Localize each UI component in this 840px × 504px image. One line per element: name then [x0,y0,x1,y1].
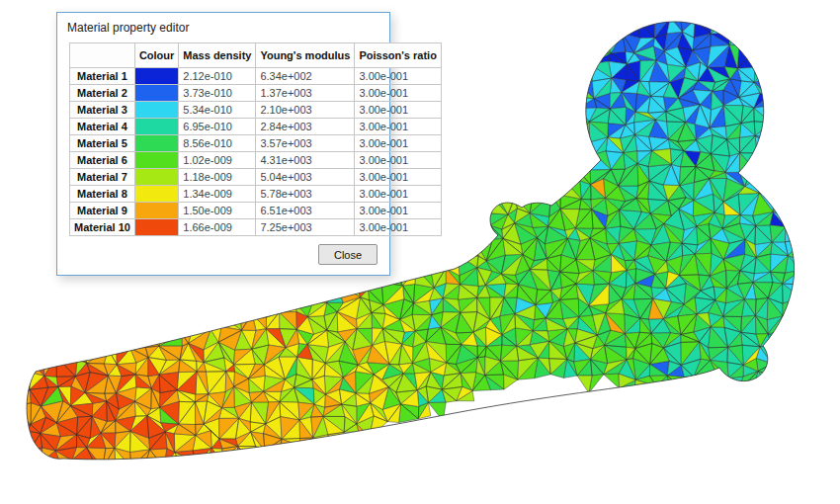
mass-density-value: 1.34e-009 [179,186,256,203]
youngs-modulus-value: 6.34e+002 [256,68,355,85]
material-row: Material 101.66e-0097.25e+0033.00e-001 [70,219,442,236]
material-name: Material 8 [70,186,135,203]
youngs-modulus-value: 3.57e+003 [256,135,355,152]
material-row: Material 81.34e-0095.78e+0033.00e-001 [70,186,442,203]
poissons-ratio-value: 3.00e-001 [355,85,441,102]
close-button[interactable]: Close [318,244,378,265]
material-row: Material 91.50e-0096.51e+0033.00e-001 [70,203,442,219]
app-canvas: Material property editor ColourMass dens… [0,0,840,504]
mass-density-value: 1.66e-009 [179,219,256,236]
material-table: ColourMass densityYoung's modulusPoisson… [69,42,442,236]
material-row: Material 46.95e-0102.84e+0033.00e-001 [70,119,442,135]
youngs-modulus-value: 2.84e+003 [256,119,355,135]
material-name: Material 7 [70,169,135,186]
mass-density-value: 3.73e-010 [179,85,256,102]
colour-swatch[interactable] [134,135,178,152]
poissons-ratio-value: 3.00e-001 [355,102,441,119]
material-name: Material 2 [70,85,135,102]
colour-swatch[interactable] [134,85,178,102]
poissons-ratio-value: 3.00e-001 [355,219,441,236]
corner-header [70,43,135,68]
mass-density-value: 1.02e-009 [179,152,256,169]
material-row: Material 61.02e-0094.31e+0033.00e-001 [70,152,442,169]
colour-swatch[interactable] [134,169,178,186]
material-row: Material 71.18e-0095.04e+0033.00e-001 [70,169,442,186]
poissons-ratio-value: 3.00e-001 [355,152,441,169]
mass-density-value: 5.34e-010 [179,102,256,119]
material-row: Material 58.56e-0103.57e+0033.00e-001 [70,135,442,152]
mass-density-value: 8.56e-010 [179,135,256,152]
material-name: Material 3 [70,102,135,119]
material-property-editor-dialog[interactable]: Material property editor ColourMass dens… [56,12,390,276]
colour-swatch[interactable] [134,68,178,85]
dialog-body: ColourMass densityYoung's modulusPoisson… [57,41,389,275]
material-name: Material 4 [70,119,135,135]
youngs-modulus-value: 2.10e+003 [256,102,355,119]
column-header: Young's modulus [256,43,355,68]
mass-density-value: 6.95e-010 [179,119,256,135]
colour-swatch[interactable] [134,219,178,236]
poissons-ratio-value: 3.00e-001 [355,169,441,186]
poissons-ratio-value: 3.00e-001 [355,119,441,135]
dialog-title: Material property editor [57,13,389,41]
mass-density-value: 1.18e-009 [179,169,256,186]
material-name: Material 6 [70,152,135,169]
column-header: Colour [134,43,178,68]
youngs-modulus-value: 5.04e+003 [256,169,355,186]
colour-swatch[interactable] [134,102,178,119]
mass-density-value: 1.50e-009 [179,203,256,219]
material-name: Material 10 [70,219,135,236]
column-header: Poisson's ratio [355,43,441,68]
poissons-ratio-value: 3.00e-001 [355,135,441,152]
youngs-modulus-value: 4.31e+003 [256,152,355,169]
colour-swatch[interactable] [134,152,178,169]
column-header: Mass density [179,43,256,68]
material-row: Material 35.34e-0102.10e+0033.00e-001 [70,102,442,119]
material-row: Material 23.73e-0101.37e+0033.00e-001 [70,85,442,102]
material-name: Material 1 [70,68,135,85]
youngs-modulus-value: 7.25e+003 [256,219,355,236]
poissons-ratio-value: 3.00e-001 [355,186,441,203]
dialog-footer: Close [69,236,378,265]
mass-density-value: 2.12e-010 [179,68,256,85]
material-name: Material 5 [70,135,135,152]
material-row: Material 12.12e-0106.34e+0023.00e-001 [70,68,442,85]
poissons-ratio-value: 3.00e-001 [355,203,441,219]
youngs-modulus-value: 1.37e+003 [256,85,355,102]
material-name: Material 9 [70,203,135,219]
table-header-row: ColourMass densityYoung's modulusPoisson… [70,43,442,68]
youngs-modulus-value: 6.51e+003 [256,203,355,219]
colour-swatch[interactable] [134,203,178,219]
colour-swatch[interactable] [134,186,178,203]
youngs-modulus-value: 5.78e+003 [256,186,355,203]
colour-swatch[interactable] [134,119,178,135]
poissons-ratio-value: 3.00e-001 [355,68,441,85]
